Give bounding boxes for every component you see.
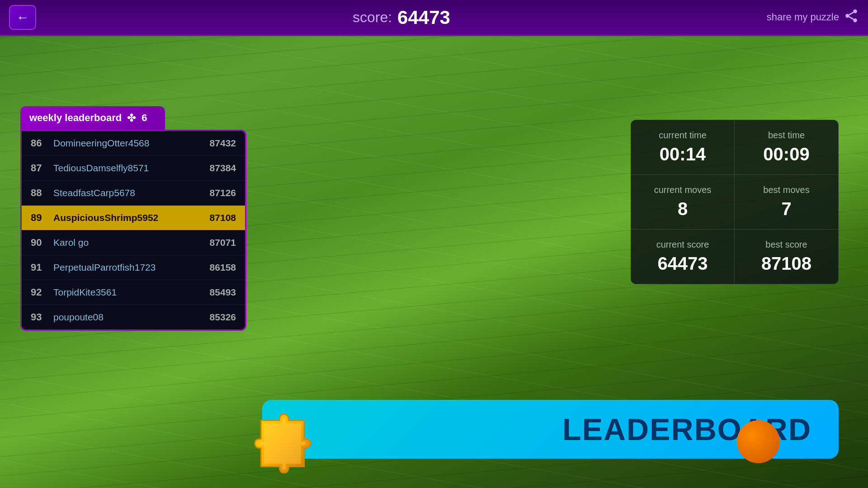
row-name: poupoute08 <box>53 312 210 323</box>
weekly-leaderboard-panel: weekly leaderboard ✤ 6 86DomineeringOtte… <box>20 106 246 331</box>
tab-count: 6 <box>142 112 147 124</box>
row-score: 86158 <box>210 262 236 273</box>
table-row: 91PerpetualParrotfish172386158 <box>22 255 245 280</box>
row-rank: 91 <box>31 262 53 273</box>
svg-point-2 <box>853 19 857 23</box>
table-row: 92TorpidKite356185493 <box>22 280 245 305</box>
table-row: 87TediousDamselfly857187384 <box>22 156 245 181</box>
leaderboard-tab[interactable]: weekly leaderboard ✤ 6 <box>20 106 165 130</box>
row-name: AuspiciousShrimp5952 <box>53 212 210 223</box>
share-button[interactable]: share my puzzle <box>767 8 859 27</box>
share-label: share my puzzle <box>767 11 839 24</box>
table-row: 90Karol go87071 <box>22 230 245 255</box>
row-rank: 86 <box>31 137 53 149</box>
back-button[interactable]: ← <box>9 5 36 30</box>
row-rank: 87 <box>31 162 53 174</box>
tab-label: weekly leaderboard <box>29 112 122 124</box>
row-rank: 90 <box>31 237 53 249</box>
current-score-cell: current score 64473 <box>631 230 735 284</box>
row-score: 85326 <box>210 312 236 323</box>
row-rank: 88 <box>31 187 53 199</box>
row-name: TorpidKite3561 <box>53 287 210 298</box>
best-time-value: 00:09 <box>745 144 827 164</box>
puzzle-piece-decoration <box>251 411 314 479</box>
table-row: 86DomineeringOtter456887432 <box>22 131 245 156</box>
svg-point-0 <box>853 9 857 13</box>
stats-grid: current time 00:14 best time 00:09 curre… <box>631 120 838 284</box>
header: ← score: 64473 share my puzzle <box>0 0 868 36</box>
puzzle-icon-small: ✤ <box>127 112 136 124</box>
current-score-value: 64473 <box>642 253 723 274</box>
table-row: 93poupoute0885326 <box>22 305 245 329</box>
score-label: score: <box>353 9 392 26</box>
row-name: TediousDamselfly8571 <box>53 163 210 174</box>
orange-circle-decoration <box>737 420 780 463</box>
best-moves-label: best moves <box>745 185 827 195</box>
best-time-cell: best time 00:09 <box>735 120 838 175</box>
row-score: 87384 <box>210 163 236 174</box>
row-rank: 89 <box>31 212 53 224</box>
current-time-cell: current time 00:14 <box>631 120 735 175</box>
table-row: 88SteadfastCarp567887126 <box>22 181 245 206</box>
row-name: PerpetualParrotfish1723 <box>53 262 210 273</box>
svg-line-3 <box>849 17 854 19</box>
table-row: 89AuspiciousShrimp595287108 <box>22 206 245 230</box>
current-time-value: 00:14 <box>642 144 723 164</box>
best-moves-cell: best moves 7 <box>735 175 838 230</box>
best-score-label: best score <box>745 239 827 250</box>
row-rank: 92 <box>31 286 53 298</box>
score-value: 64473 <box>397 7 450 28</box>
current-moves-value: 8 <box>642 199 723 219</box>
leaderboard-table: 86DomineeringOtter45688743287TediousDams… <box>20 130 246 331</box>
row-score: 87071 <box>210 237 236 248</box>
stats-panel: current time 00:14 best time 00:09 curre… <box>631 120 839 284</box>
svg-point-1 <box>845 14 849 18</box>
current-time-label: current time <box>642 130 723 141</box>
row-score: 87126 <box>210 188 236 198</box>
best-score-value: 87108 <box>745 253 827 274</box>
score-display: score: 64473 <box>353 7 450 28</box>
current-score-label: current score <box>642 239 723 250</box>
back-arrow-icon: ← <box>16 10 29 25</box>
current-moves-label: current moves <box>642 185 723 195</box>
row-score: 85493 <box>210 287 236 298</box>
best-moves-value: 7 <box>745 199 827 219</box>
row-score: 87108 <box>210 212 236 223</box>
row-name: DomineeringOtter4568 <box>53 138 210 149</box>
row-name: Karol go <box>53 237 210 248</box>
row-name: SteadfastCarp5678 <box>53 188 210 198</box>
current-moves-cell: current moves 8 <box>631 175 735 230</box>
share-icon <box>844 8 859 27</box>
best-score-cell: best score 87108 <box>735 230 838 284</box>
svg-line-4 <box>849 12 854 15</box>
row-rank: 93 <box>31 311 53 323</box>
best-time-label: best time <box>745 130 827 141</box>
row-score: 87432 <box>210 138 236 149</box>
